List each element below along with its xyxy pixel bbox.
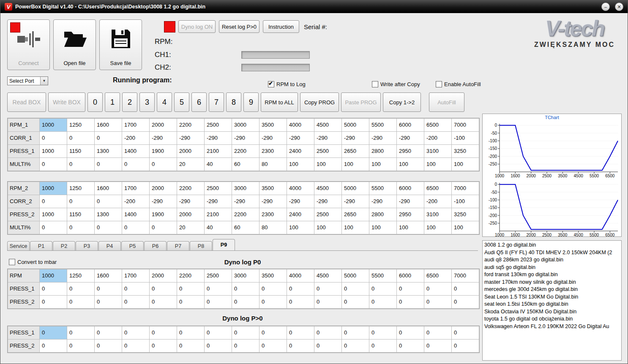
table-cell[interactable]: 0 — [67, 296, 94, 308]
table-cell[interactable]: 3000 — [232, 182, 259, 195]
table-cell[interactable]: 60 — [232, 221, 259, 234]
table-cell[interactable]: 2200 — [232, 208, 259, 221]
table-cell[interactable]: 6000 — [397, 182, 424, 195]
table-cell[interactable]: 0 — [452, 326, 479, 339]
table-cell[interactable]: 2650 — [342, 145, 369, 158]
tab-p4[interactable]: P4 — [98, 241, 121, 250]
table-cell[interactable]: 0 — [369, 340, 396, 352]
table-cell[interactable]: 0 — [150, 221, 177, 234]
table-cell[interactable]: 2500 — [205, 119, 232, 131]
table-cell[interactable]: 0 — [259, 296, 287, 308]
table-cell[interactable]: 0 — [150, 296, 177, 308]
table-cell[interactable]: 0 — [177, 283, 204, 295]
file-list-item[interactable]: Audi Q5 II (FY FL) 40 TDI MHEV 2.0 150kW… — [483, 249, 621, 257]
table-cell[interactable]: 0 — [95, 195, 122, 208]
table-cell[interactable]: 0 — [342, 340, 369, 352]
tab-p1[interactable]: P1 — [30, 241, 52, 250]
table-cell[interactable]: 100 — [424, 158, 451, 171]
table-cell[interactable]: 0 — [232, 340, 259, 352]
tab-p6[interactable]: P6 — [144, 241, 167, 250]
table-cell[interactable]: 2650 — [342, 208, 369, 221]
table-cell[interactable]: 0 — [67, 158, 94, 171]
table-cell[interactable]: 1150 — [67, 208, 94, 221]
table-cell[interactable]: 5500 — [369, 269, 396, 282]
table-cell[interactable]: 0 — [232, 283, 259, 295]
table-cell[interactable]: 7000 — [452, 182, 479, 195]
table-cell[interactable]: 5000 — [342, 119, 369, 131]
table-cell[interactable]: 0 — [67, 340, 94, 352]
table-cell[interactable]: 6000 — [397, 119, 424, 131]
table-cell[interactable]: 20 — [177, 158, 204, 171]
table-cell[interactable]: 2300 — [259, 145, 287, 158]
table-cell[interactable]: 7000 — [452, 269, 479, 282]
table-cell[interactable]: 100 — [369, 158, 396, 171]
table-cell[interactable]: 0 — [95, 326, 122, 339]
table-cell[interactable]: 1000 — [40, 269, 67, 282]
table-cell[interactable]: 0 — [397, 340, 424, 352]
table-cell[interactable]: 5000 — [342, 269, 369, 282]
table-cell[interactable]: 100 — [287, 221, 314, 234]
instruction-button[interactable]: Instruction — [263, 20, 299, 33]
table-cell[interactable]: 1000 — [40, 182, 67, 195]
table-cell[interactable]: 1300 — [95, 145, 122, 158]
read-box-button[interactable]: Read BOX — [7, 92, 46, 112]
table-cell[interactable]: -200 — [122, 195, 149, 208]
file-list-item[interactable]: audi q8 286km 2023 go digital.bin — [483, 256, 621, 264]
table-cell[interactable]: 0 — [397, 326, 424, 339]
digit-button-0[interactable]: 0 — [87, 92, 103, 112]
table-cell[interactable]: 1250 — [67, 269, 94, 282]
table-cell[interactable]: 100 — [452, 158, 479, 171]
table-cell[interactable]: 0 — [150, 326, 177, 339]
table-cell[interactable]: 0 — [95, 340, 122, 352]
table-cell[interactable]: 2500 — [314, 145, 341, 158]
table-cell[interactable]: 60 — [232, 158, 259, 171]
table-cell[interactable]: 0 — [150, 340, 177, 352]
table-cell[interactable]: 2100 — [205, 208, 232, 221]
digit-button-6[interactable]: 6 — [191, 92, 207, 112]
table-cell[interactable]: 0 — [95, 221, 122, 234]
table-cell[interactable]: -290 — [369, 195, 396, 208]
table-cell[interactable]: 0 — [452, 340, 479, 352]
tab-p3[interactable]: P3 — [76, 241, 98, 250]
table-cell[interactable]: 3500 — [259, 269, 287, 282]
file-list-item[interactable]: 3008 1.2 go digital.bin — [483, 242, 621, 249]
table-cell[interactable]: 0 — [40, 283, 67, 295]
table-cell[interactable]: 40 — [205, 221, 232, 234]
table-cell[interactable]: 6500 — [424, 182, 451, 195]
minimize-button[interactable]: – — [601, 3, 610, 11]
autofill-button[interactable]: AutoFill — [429, 92, 464, 112]
table-cell[interactable]: 0 — [314, 340, 341, 352]
rpm-to-log-checkbox[interactable]: RPM to Log — [268, 81, 306, 87]
table-cell[interactable]: 0 — [150, 283, 177, 295]
file-list-item[interactable]: Seat Leon 1.5 TSI 130KM Go Digital.bin — [483, 293, 621, 301]
table-cell[interactable]: 40 — [205, 158, 232, 171]
table-cell[interactable]: 0 — [259, 340, 287, 352]
table-cell[interactable]: -100 — [452, 132, 479, 144]
table-cell[interactable]: -200 — [424, 195, 451, 208]
table-cell[interactable]: 3500 — [259, 119, 287, 131]
table-cell[interactable]: 0 — [67, 283, 94, 295]
table-cell[interactable]: 3250 — [452, 208, 479, 221]
table-cell[interactable]: 80 — [259, 221, 287, 234]
table-cell[interactable]: 0 — [259, 283, 287, 295]
connect-button[interactable]: Connect — [7, 19, 50, 70]
tab-p7[interactable]: P7 — [167, 241, 189, 250]
table-cell[interactable]: 0 — [205, 340, 232, 352]
write-box-button[interactable]: Write BOX — [48, 92, 85, 112]
table-cell[interactable]: 1700 — [122, 269, 149, 282]
table-cell[interactable]: 0 — [342, 296, 369, 308]
table-cell[interactable]: 1250 — [67, 119, 94, 131]
table-cell[interactable]: 0 — [287, 283, 314, 295]
table-cell[interactable]: -290 — [150, 195, 177, 208]
table-cell[interactable]: 0 — [232, 326, 259, 339]
table-cell[interactable]: 7000 — [452, 119, 479, 131]
digit-button-3[interactable]: 3 — [139, 92, 155, 112]
digit-button-7[interactable]: 7 — [209, 92, 224, 112]
table-cell[interactable]: 1700 — [122, 119, 149, 131]
table-cell[interactable]: -290 — [177, 132, 204, 144]
table-cell[interactable]: -290 — [150, 132, 177, 144]
table-cell[interactable]: 2500 — [205, 269, 232, 282]
table-cell[interactable]: 2000 — [150, 119, 177, 131]
file-list-item[interactable]: toyota 1.5 go digital od obciążenia.bin — [483, 315, 621, 323]
table-cell[interactable]: 0 — [122, 296, 149, 308]
